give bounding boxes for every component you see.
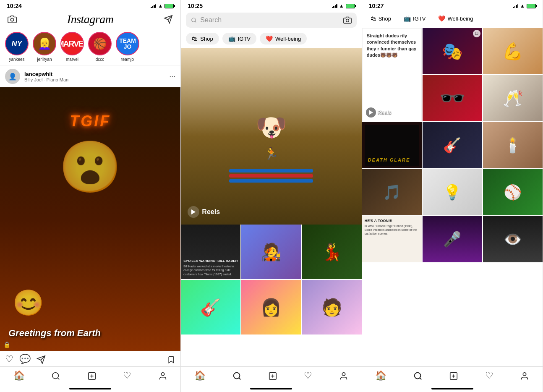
nav-create-1[interactable]: [87, 370, 97, 381]
direct-message-button[interactable]: [163, 14, 174, 25]
search-bar-2[interactable]: Search: [186, 13, 356, 28]
drink-inner: 🥂: [483, 75, 543, 121]
post-image-1: TGIF 😮 😊 Greetings from Earth 🔒: [0, 87, 180, 351]
nav-profile-1[interactable]: [158, 370, 167, 381]
singer-cell[interactable]: 🎤: [423, 216, 482, 262]
stories-row-1: NY yankees 👱‍♀️ jerilryan MARVEL marvel …: [0, 29, 180, 65]
save-button-1[interactable]: [167, 354, 175, 365]
bottom-nav-3: 🏠 ♡: [362, 366, 543, 386]
lock-icon: 🔒: [3, 341, 10, 348]
baseball-inner: ⚾: [483, 169, 543, 215]
signal-icon-3: [513, 4, 518, 8]
svg-point-19: [342, 373, 345, 376]
story-marvel[interactable]: MARVEL marvel: [60, 32, 84, 62]
story-label-teamjo: teamjo: [121, 57, 134, 62]
nav-search-2[interactable]: [232, 370, 242, 381]
he-toon-cell[interactable]: HE'S A TOON!!! In Who Framed Roger Rabbi…: [362, 216, 422, 262]
camera-icon-2[interactable]: [343, 16, 352, 24]
dark-portrait-inner: 🧑‍🎤: [241, 225, 301, 279]
death-glare-text: DEATH GLARE: [368, 157, 410, 162]
nav-create-3[interactable]: [449, 370, 458, 381]
reels-play-btn-2: [188, 206, 199, 218]
nav-profile-2[interactable]: [339, 370, 348, 381]
musicians-inner: 🎸: [423, 122, 482, 168]
text-post-caption: Straight dudes rily convinced themselves…: [367, 33, 417, 57]
eyes-cell[interactable]: 👁️: [483, 216, 543, 262]
tab-igtv-label-2: IGTV: [238, 36, 251, 42]
like-button-1[interactable]: ♡: [5, 354, 13, 365]
p3-top-right-2[interactable]: 💪: [483, 28, 543, 74]
nav-profile-3[interactable]: [520, 370, 529, 381]
share-button-1[interactable]: [37, 354, 46, 365]
musicians2-cell[interactable]: 🎵: [362, 169, 422, 215]
lamp-inner: 💡: [423, 169, 482, 215]
eyes-inner: 👁️: [483, 216, 543, 262]
lamp-cell[interactable]: 💡: [423, 169, 482, 215]
nav-home-3[interactable]: 🏠: [375, 370, 386, 381]
gothic-cell[interactable]: 🎸: [181, 280, 240, 335]
death-glare-cell[interactable]: DEATH GLARE: [362, 122, 422, 168]
signal-icon-2: [332, 4, 337, 8]
battery-icon-2: [346, 4, 355, 8]
p3-grid-layout: Straight dudes rily convinced themselves…: [362, 28, 543, 262]
portrait-cell[interactable]: 👩: [241, 280, 301, 335]
comment-button-1[interactable]: 💬: [19, 354, 31, 365]
story-yankees[interactable]: NY yankees: [5, 32, 29, 62]
tab-shop-3[interactable]: 🛍 Shop: [365, 13, 396, 24]
he-toon-bg: HE'S A TOON!!! In Who Framed Roger Rabbi…: [362, 216, 422, 262]
tab-shop-2[interactable]: 🛍 Shop: [186, 33, 219, 44]
p3-drink-cell[interactable]: 🥂: [483, 75, 543, 121]
p3-top-right-1[interactable]: 🎭 ☐: [423, 28, 482, 74]
reels-section-2[interactable]: 🐶 🏃 Reels: [181, 48, 361, 225]
doodle: 😊: [13, 288, 44, 318]
camera-button-1[interactable]: [7, 14, 18, 25]
musicians-cell[interactable]: 🎸: [423, 122, 482, 168]
story-jerilryan[interactable]: 👱‍♀️ jerilryan: [33, 32, 56, 62]
text-post-cell[interactable]: Straight dudes rily convinced themselves…: [362, 28, 422, 121]
dark-portrait-cell[interactable]: 🧑‍🎤: [241, 225, 301, 279]
p3-green-sunglasses[interactable]: 🕶️: [423, 75, 482, 121]
nav-home-2[interactable]: 🏠: [194, 370, 206, 381]
igtv-icon-2: 📺: [228, 35, 235, 42]
nav-activity-3[interactable]: ♡: [485, 370, 493, 381]
spoiler-label: SPOILER WARNING: BILL HADER: [183, 259, 238, 263]
tab-igtv-3[interactable]: 📺 IGTV: [399, 13, 431, 24]
singer-inner: 🎤: [423, 216, 482, 262]
reels-label-3: Reels: [378, 110, 391, 115]
baseball-cell[interactable]: ⚾: [483, 169, 543, 215]
bill-hader-cell[interactable]: SPOILER WARNING: BILL HADER Bill Hader w…: [181, 225, 240, 279]
reels-play-icon-2: [191, 209, 196, 214]
nav-activity-2[interactable]: ♡: [304, 370, 312, 381]
reels-text-2: Reels: [202, 208, 220, 216]
tab-igtv-2[interactable]: 📺 IGTV: [222, 33, 256, 44]
candle-cell[interactable]: 🕯️: [483, 122, 543, 168]
reels-label-2: Reels: [188, 206, 220, 218]
more-options-1[interactable]: ···: [169, 72, 175, 81]
status-icons-1: ▲: [151, 3, 174, 9]
green-outfit-cell[interactable]: 💃: [302, 225, 362, 279]
svg-point-5: [52, 373, 59, 379]
battery-icon-1: [164, 4, 174, 8]
story-dccc[interactable]: 🏀 dccc: [88, 32, 112, 62]
svg-point-0: [10, 18, 13, 21]
status-bar-1: 10:24 ▲: [0, 0, 180, 11]
nav-home-1[interactable]: 🏠: [13, 370, 25, 381]
tabs-row-2: 🛍 Shop 📺 IGTV ❤️ Well-being: [181, 31, 361, 48]
figure-cell[interactable]: 🧑: [302, 280, 362, 335]
sunglasses-content: 🕶️: [423, 75, 482, 121]
nav-activity-1[interactable]: ♡: [123, 370, 131, 381]
story-teamjo[interactable]: TEAM JO teamjo: [116, 32, 139, 62]
nav-search-1[interactable]: [51, 370, 60, 381]
story-label-jerilryan: jerilryan: [37, 57, 52, 62]
phone-2: 10:25 ▲ Search 🛍 Shop: [181, 0, 362, 392]
story-avatar-dccc: 🏀: [88, 32, 112, 55]
tab-wellbeing-2[interactable]: ❤️ Well-being: [260, 33, 307, 44]
explore-grid-below-2: SPOILER WARNING: BILL HADER Bill Hader w…: [181, 225, 361, 335]
status-icons-2: ▲: [332, 3, 355, 9]
tab-wellbeing-3[interactable]: ❤️ Well-being: [433, 13, 478, 24]
nav-search-3[interactable]: [413, 370, 423, 381]
nav-create-2[interactable]: [268, 370, 277, 381]
p3-grid: Straight dudes rily convinced themselves…: [362, 28, 543, 366]
svg-point-11: [192, 18, 196, 22]
text-post-content: Straight dudes rily convinced themselves…: [363, 29, 421, 63]
